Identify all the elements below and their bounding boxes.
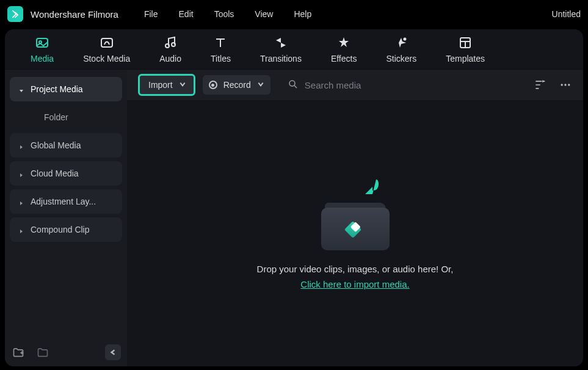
effects-icon: [336, 35, 351, 50]
sidebar-item-folder[interactable]: Folder: [10, 105, 122, 129]
tab-templates[interactable]: Templates: [446, 35, 485, 63]
chevron-right-icon: [18, 227, 24, 233]
chevron-down-icon: [257, 80, 264, 90]
more-options-button[interactable]: [559, 78, 572, 92]
sidebar: Project Media Folder Global Media Cloud …: [5, 70, 127, 366]
import-dropdown[interactable]: Import: [138, 74, 195, 96]
sidebar-item-label: Folder: [44, 112, 68, 122]
folder-import-icon: [319, 177, 392, 250]
tab-label: Transitions: [260, 54, 302, 63]
app-name: Wondershare Filmora: [31, 9, 118, 20]
svg-point-3: [165, 44, 169, 48]
collapse-sidebar-button[interactable]: [105, 344, 121, 360]
sidebar-item-label: Global Media: [31, 140, 81, 150]
chevron-down-icon: [179, 80, 186, 90]
chevron-right-icon: [18, 198, 24, 205]
sidebar-item-project-media[interactable]: Project Media: [10, 77, 122, 101]
sidebar-item-cloud-media[interactable]: Cloud Media: [10, 161, 122, 186]
svg-point-9: [564, 84, 566, 85]
svg-point-7: [289, 81, 295, 86]
top-tabs: Media Stock Media Audio Titles Transitio…: [5, 29, 583, 70]
tab-label: Media: [31, 54, 54, 63]
stock-media-icon: [100, 35, 114, 50]
folder-button[interactable]: [35, 345, 50, 360]
filter-button[interactable]: [533, 78, 546, 92]
chevron-right-icon: [18, 142, 24, 148]
audio-icon: [163, 35, 178, 50]
tab-stock-media[interactable]: Stock Media: [83, 35, 130, 63]
sidebar-item-global-media[interactable]: Global Media: [10, 133, 122, 158]
content-toolbar: Import Record: [127, 70, 583, 100]
tab-stickers[interactable]: Stickers: [386, 35, 416, 63]
svg-point-5: [404, 38, 406, 40]
new-folder-button[interactable]: [11, 345, 26, 360]
sidebar-item-label: Cloud Media: [31, 169, 79, 178]
menu-view[interactable]: View: [255, 9, 273, 19]
record-icon: [209, 81, 217, 89]
app-logo: [7, 6, 23, 22]
tab-label: Stickers: [386, 54, 416, 63]
transitions-icon: [274, 35, 288, 50]
tab-label: Stock Media: [83, 54, 130, 63]
media-dropzone[interactable]: Drop your video clips, images, or audio …: [127, 100, 583, 366]
tab-audio[interactable]: Audio: [159, 35, 181, 63]
sidebar-item-label: Adjustment Lay...: [31, 197, 96, 206]
menu-edit[interactable]: Edit: [179, 9, 194, 19]
tab-label: Titles: [211, 54, 231, 63]
titles-icon: [213, 35, 228, 50]
menu-tools[interactable]: Tools: [214, 9, 234, 19]
tab-transitions[interactable]: Transitions: [260, 35, 302, 63]
svg-point-4: [172, 43, 175, 46]
svg-point-10: [568, 84, 570, 85]
record-label: Record: [223, 80, 251, 90]
search-field[interactable]: [278, 79, 526, 92]
tab-label: Audio: [159, 54, 181, 63]
menu-bar: File Edit Tools View Help: [144, 9, 311, 19]
import-media-link[interactable]: Click here to import media.: [300, 279, 409, 289]
chevron-right-icon: [18, 170, 24, 176]
media-icon: [35, 35, 49, 50]
templates-icon: [458, 35, 473, 50]
svg-point-8: [561, 84, 563, 85]
dropzone-text: Drop your video clips, images, or audio …: [257, 264, 454, 274]
menu-help[interactable]: Help: [294, 9, 311, 19]
body-row: Project Media Folder Global Media Cloud …: [5, 70, 583, 366]
tab-effects[interactable]: Effects: [331, 35, 357, 63]
svg-rect-2: [101, 38, 112, 47]
sidebar-item-label: Compound Clip: [31, 225, 90, 234]
tab-titles[interactable]: Titles: [211, 35, 231, 63]
title-bar: Wondershare Filmora File Edit Tools View…: [0, 0, 588, 28]
tab-label: Effects: [331, 54, 357, 63]
import-label: Import: [148, 80, 173, 90]
sidebar-item-label: Project Media: [31, 84, 83, 94]
main-panel: Media Stock Media Audio Titles Transitio…: [5, 29, 583, 366]
sidebar-footer: [11, 344, 121, 360]
sidebar-item-adjustment-layer[interactable]: Adjustment Lay...: [10, 189, 122, 214]
toolbar-right: [533, 78, 572, 92]
search-icon: [288, 79, 299, 92]
sidebar-item-compound-clip[interactable]: Compound Clip: [10, 217, 122, 242]
search-input[interactable]: [305, 80, 463, 90]
chevron-down-icon: [18, 86, 24, 92]
menu-file[interactable]: File: [144, 9, 158, 19]
tab-media[interactable]: Media: [31, 35, 54, 63]
content-area: Import Record: [127, 70, 583, 366]
record-dropdown[interactable]: Record: [203, 75, 270, 95]
document-title: Untitled: [552, 9, 581, 19]
tab-label: Templates: [446, 54, 485, 63]
stickers-icon: [394, 35, 408, 50]
